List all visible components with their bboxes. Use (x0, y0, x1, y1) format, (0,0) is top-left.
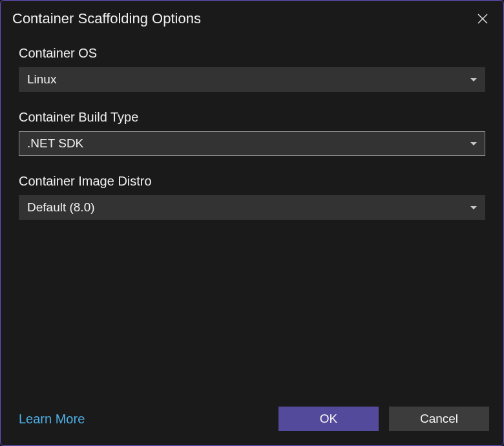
image-distro-label: Container Image Distro (19, 174, 485, 189)
image-distro-field: Container Image Distro Default (8.0) (19, 174, 485, 220)
build-type-field: Container Build Type .NET SDK (19, 110, 485, 156)
chevron-down-icon (470, 206, 477, 209)
build-type-dropdown[interactable]: .NET SDK (19, 131, 485, 156)
dialog-content: Container OS Linux Container Build Type … (1, 34, 503, 398)
cancel-button[interactable]: Cancel (389, 407, 489, 431)
container-os-dropdown[interactable]: Linux (19, 67, 485, 92)
ok-button[interactable]: OK (278, 407, 379, 431)
close-button[interactable] (474, 10, 492, 28)
titlebar: Container Scaffolding Options (1, 1, 503, 34)
close-icon (477, 13, 488, 25)
dialog-footer: Learn More OK Cancel (1, 398, 503, 445)
button-row: OK Cancel (278, 407, 489, 431)
build-type-label: Container Build Type (19, 110, 485, 125)
dialog-title: Container Scaffolding Options (12, 10, 201, 27)
container-os-label: Container OS (19, 46, 485, 61)
build-type-value: .NET SDK (27, 136, 83, 151)
image-distro-dropdown[interactable]: Default (8.0) (19, 195, 485, 220)
dialog-container: Container Scaffolding Options Container … (0, 0, 504, 446)
container-os-field: Container OS Linux (19, 46, 485, 92)
chevron-down-icon (470, 142, 477, 145)
chevron-down-icon (470, 78, 477, 81)
learn-more-link[interactable]: Learn More (19, 412, 85, 427)
image-distro-value: Default (8.0) (27, 200, 95, 215)
container-os-value: Linux (27, 72, 56, 87)
